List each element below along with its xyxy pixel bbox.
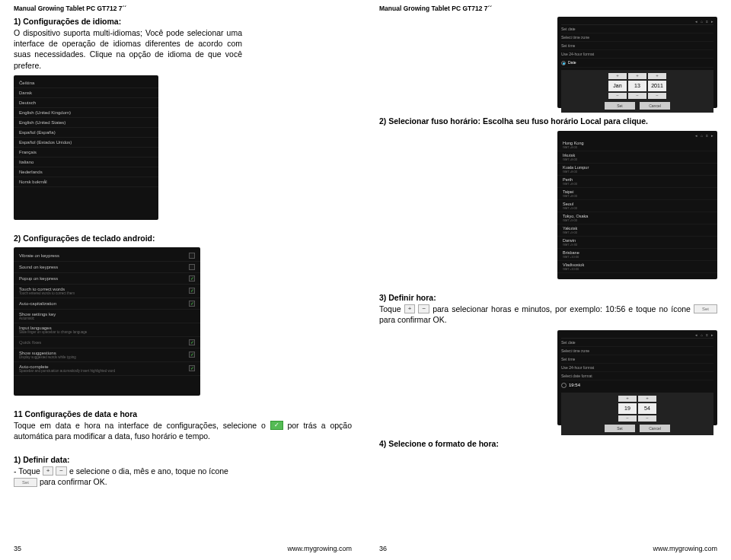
page-left: Manual Growing Tablet PC GT712 7´´ 1) Co…	[0, 0, 366, 560]
checkbox-icon: ✓	[189, 275, 195, 282]
page-right: Manual Growing Tablet PC GT712 7´´ ◂⌂≡▸ …	[366, 0, 731, 560]
sec3-body: Toque + − para selecionar horas e minuto…	[379, 304, 717, 325]
keyboard-setting-row: Popup on keypress✓	[14, 273, 200, 285]
sec11-title: 11 Configurações de data e hora	[14, 409, 352, 418]
time-menu-row: Use 24-hour format	[561, 364, 713, 372]
date-set-btn: Set	[605, 102, 635, 110]
screenshot-language: ČeštinaDanskDeutschEnglish (United Kingd…	[14, 75, 158, 220]
clock-value: 19:54	[569, 383, 580, 387]
time-menu-row: Select date format	[561, 372, 713, 380]
date-cancel-btn: Cancel	[640, 102, 670, 110]
checkbox-icon	[189, 253, 195, 259]
checkbox-icon: ✓	[189, 365, 195, 371]
keyboard-setting-row: Quick fixes✓	[14, 337, 200, 348]
clock-icon	[561, 383, 567, 388]
minus-icon: −	[418, 304, 429, 313]
language-row: Čeština	[14, 78, 158, 88]
footer-left: 35 www.mygrowing.com	[14, 545, 352, 552]
language-row: Español (Estados Unidos)	[14, 138, 158, 148]
page-number-right: 36	[379, 545, 387, 552]
sec11-body: Toque em data e hora na interface de con…	[14, 420, 352, 441]
screenshot-time-picker: ◂⌂≡▸ Set dateSelect time zoneSet timeUse…	[557, 330, 717, 425]
screenshot-timezone: ◂⌂≡▸ Hong KongGMT+8:00IrkutskGMT+8:00Kua…	[557, 131, 717, 279]
minus-icon: −	[56, 466, 67, 476]
date-menu-row: Use 24-hour format	[561, 50, 713, 59]
language-row: English (United States)	[14, 118, 158, 128]
screenshot-keyboard: Vibrate on keypressSound on keypressPopu…	[14, 247, 200, 396]
set-button-icon: Set	[694, 304, 717, 313]
keyboard-setting-row: Auto-completeSpacebar and punctuation au…	[14, 362, 200, 376]
timezone-row: PerthGMT+8:00	[557, 176, 717, 188]
timezone-row: TaipeiGMT+8:00	[557, 188, 717, 200]
def-data-body: - Toque + − e selecione o dia, mês e ano…	[14, 466, 352, 487]
page-number-left: 35	[14, 545, 21, 552]
language-row: Français	[14, 148, 158, 158]
date-menu-row: Set time	[561, 42, 713, 50]
keyboard-setting-row: Sound on keypress	[14, 262, 200, 273]
date-picker-widget: +++ Jan132011 −−− Set Cancel	[561, 70, 713, 113]
timezone-row: SeoulGMT+9:00	[557, 200, 717, 212]
date-cell: 2011	[648, 81, 666, 91]
checkbox-icon	[189, 264, 195, 270]
keyboard-setting-row: Auto-capitalization✓	[14, 298, 200, 310]
checkbox-icon: ✓	[189, 288, 195, 294]
keyboard-setting-row: Show settings keyAutomatic	[14, 310, 200, 323]
time-menu-row: Set date	[561, 339, 713, 347]
date-menu-row: Set date	[561, 25, 713, 33]
def-data-title: 1) Definir data:	[14, 455, 352, 464]
time-cell: 54	[638, 403, 656, 414]
sec2r-text: 2) Selecionar fuso horário: Escolha seu …	[379, 116, 648, 126]
sec2r-body: 2) Selecionar fuso horário: Escolha seu …	[379, 116, 717, 126]
timezone-row: Tokyo, OsakaGMT+9:00	[557, 212, 717, 224]
sec3-c: para confirmar OK.	[379, 315, 447, 324]
language-row: Norsk bokmål	[14, 177, 158, 187]
def-data-b: e selecione o dia, mês e ano, toque no í…	[69, 466, 228, 476]
language-row: English (United Kingdom)	[14, 108, 158, 118]
time-cell: 19	[618, 403, 637, 414]
sec3-title: 3) Definir hora:	[379, 293, 717, 302]
date-row-highlight: Date	[568, 60, 576, 65]
page-header-left: Manual Growing Tablet PC GT712 7´´	[14, 5, 352, 12]
timezone-row: VladivostokGMT+10:00	[557, 261, 717, 273]
time-menu-row: Set time	[561, 355, 713, 364]
date-cell: 13	[628, 81, 646, 91]
def-data-c: para confirmar OK.	[40, 477, 107, 486]
sec4-title: 4) Selecione o formato de hora:	[379, 439, 717, 448]
time-menu-row: Select time zone	[561, 347, 713, 355]
language-row: Español (España)	[14, 128, 158, 138]
sec3-a: Toque	[379, 304, 404, 313]
sec11-body-a: Toque em data e hora na interface de con…	[14, 421, 270, 430]
sec1-title: 1) Configurações de idioma:	[14, 17, 352, 26]
checkbox-icon: ✓	[189, 301, 195, 307]
page-header-right: Manual Growing Tablet PC GT712 7´´	[379, 5, 717, 12]
checkbox-icon: ✓	[189, 352, 195, 358]
language-row: Nederlands	[14, 167, 158, 177]
keyboard-setting-row: Input languagesSlide finger on spacebar …	[14, 323, 200, 337]
timezone-row: IrkutskGMT+8:00	[557, 151, 717, 164]
plus-icon: +	[404, 304, 416, 313]
language-row: Dansk	[14, 88, 158, 98]
set-button-icon: Set	[14, 478, 37, 487]
language-row: Italiano	[14, 158, 158, 167]
screenshot-date-picker: ◂⌂≡▸ Set dateSelect time zoneSet timeUse…	[557, 17, 717, 108]
def-data-a: - Toque	[14, 466, 43, 476]
footer-url-left: www.mygrowing.com	[287, 545, 352, 552]
language-row: Deutsch	[14, 98, 158, 108]
checkbox-icon: ✓	[270, 421, 283, 430]
sec2-title: 2) Configurações de teclado android:	[14, 234, 352, 243]
footer-url-right: www.mygrowing.com	[653, 545, 717, 552]
timezone-row: BrisbaneGMT+10:00	[557, 249, 717, 261]
keyboard-setting-row: Vibrate on keypress	[14, 250, 200, 262]
timezone-row: YakutskGMT+9:00	[557, 224, 717, 237]
time-cancel-btn: Cancel	[640, 425, 670, 432]
date-cell: Jan	[608, 81, 627, 91]
checkbox-icon: ✓	[189, 339, 195, 345]
keyboard-setting-row: Touch to correct wordsTouch entered word…	[14, 285, 200, 298]
timezone-row: Kuala LumpurGMT+8:00	[557, 164, 717, 176]
keyboard-setting-row: Show suggestionsDisplay suggested words …	[14, 348, 200, 362]
sec3-b: para selecionar horas e minutos, por exe…	[433, 304, 694, 313]
plus-icon: +	[43, 466, 54, 476]
time-set-btn: Set	[605, 425, 635, 432]
footer-right: 36 www.mygrowing.com	[379, 545, 717, 552]
timezone-row: Hong KongGMT+8:00	[557, 139, 717, 151]
